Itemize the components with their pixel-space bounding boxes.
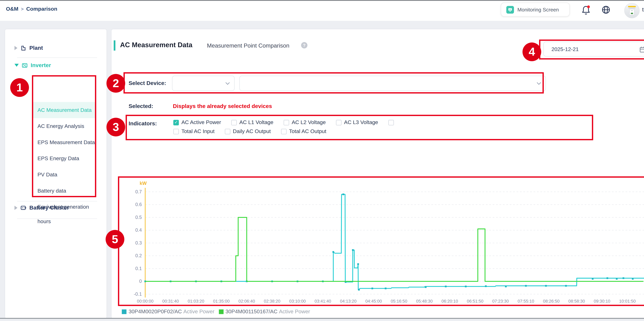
sidebar-group-label[interactable]: Plant: [29, 45, 43, 51]
monitor-icon: [506, 6, 514, 13]
y-tick-label: 0.1: [135, 266, 142, 271]
globe-icon: [601, 5, 611, 14]
sidebar-item-plant[interactable]: Plant: [14, 45, 43, 51]
data-point-marker: [352, 249, 354, 251]
notifications-button[interactable]: [581, 5, 591, 16]
select-device-label: Select Device:: [128, 80, 166, 86]
data-point-marker: [358, 289, 360, 291]
sidebar-item[interactable]: EPS Energy Data: [32, 151, 96, 166]
x-tick-label: 07:55:10: [518, 299, 534, 304]
screenshot-stage: O&M > Comparison Monitoring Screen: [0, 0, 644, 321]
bell-icon: [581, 5, 591, 16]
indicator-label[interactable]: Total AC Input: [181, 128, 214, 134]
sidebar-item[interactable]: Battery data: [32, 183, 96, 199]
indicator-option: AC L1 Voltage: [231, 119, 274, 125]
breadcrumb-separator: >: [18, 6, 26, 11]
breadcrumb-root[interactable]: O&M: [6, 6, 18, 12]
x-tick-label: 07:23:30: [492, 299, 509, 304]
date-value: 2025-12-21: [552, 46, 578, 52]
sidebar-item[interactable]: PV Data: [32, 166, 96, 183]
device-photo: [627, 5, 637, 16]
window-bottom-edge: [0, 318, 644, 319]
y-tick-label: 0.6: [135, 202, 142, 207]
sidebar-item[interactable]: Equivalent generation hours: [32, 199, 96, 230]
x-tick-label: 02:06:40: [238, 299, 255, 304]
data-point-marker: [445, 286, 446, 287]
indicator-option: AC L2 Voltage: [284, 119, 326, 125]
x-tick-label: 05:48:30: [416, 299, 433, 304]
x-tick-label: 08:26:50: [543, 299, 560, 304]
breadcrumb: O&M > Comparison: [6, 6, 57, 12]
chevron-down-icon[interactable]: [14, 64, 19, 67]
indicators-label: Indicators:: [128, 120, 157, 127]
indicator-label[interactable]: AC Active Power: [181, 119, 221, 125]
sidebar-item[interactable]: AC Energy Analysis: [32, 118, 96, 134]
battery-cluster-icon: [20, 205, 26, 211]
series-line: [145, 194, 644, 290]
indicator-option: ✓AC Active Power: [173, 119, 221, 125]
checkbox-icon[interactable]: [388, 120, 394, 125]
y-tick-label: 0.3: [135, 240, 142, 246]
indicator-label[interactable]: AC L3 Voltage: [344, 119, 378, 125]
breadcrumb-current: Comparison: [26, 6, 57, 12]
sidebar-item-battery-cluster[interactable]: Battery Cluster: [14, 204, 69, 211]
legend-item[interactable]: 30P4M0020P0F02/AC Active Power: [122, 309, 217, 315]
y-axis-unit-label: kW: [140, 181, 147, 186]
checkbox-icon[interactable]: [284, 120, 289, 125]
indicator-label[interactable]: Total AC Output: [289, 128, 326, 134]
checkbox-icon[interactable]: [281, 129, 286, 134]
data-point-marker: [616, 278, 618, 280]
monitoring-screen-label: Monitoring Screen: [518, 6, 559, 12]
indicator-label[interactable]: AC L1 Voltage: [239, 119, 273, 125]
date-picker[interactable]: 2025-12-21: [544, 42, 644, 57]
username[interactable]: test_uu: [642, 6, 644, 13]
data-point-marker: [622, 277, 624, 279]
data-point-marker: [592, 278, 594, 280]
y-tick-label: 0.7: [135, 189, 142, 194]
legend-series-suffix: Active Power: [182, 309, 214, 315]
data-point-marker: [565, 285, 567, 287]
sidebar-item-inverter[interactable]: Inverter: [14, 62, 51, 69]
x-tick-label: 08:58:30: [568, 299, 585, 304]
sidebar-item[interactable]: AC Measurement Data: [32, 102, 96, 118]
x-tick-label: 04:13:20: [340, 299, 356, 304]
indicator-label[interactable]: Daily AC Output: [233, 128, 271, 134]
sidebar-group-label[interactable]: Inverter: [31, 62, 51, 69]
legend-swatch: [122, 309, 126, 314]
indicator-option: AC L3 Voltage: [336, 119, 378, 125]
chevron-right-icon[interactable]: [14, 205, 18, 210]
x-tick-label: 06:20:10: [442, 299, 458, 304]
language-button[interactable]: [601, 5, 611, 14]
avatar[interactable]: [624, 3, 640, 18]
y-tick-label: 0: [139, 279, 142, 284]
app-window: O&M > Comparison Monitoring Screen: [0, 0, 644, 321]
series-line: [145, 217, 643, 281]
checkbox-icon[interactable]: [173, 129, 179, 134]
device-type-select[interactable]: [172, 76, 235, 91]
x-tick-label: 09:30:10: [594, 299, 610, 304]
selected-annotation-text: Displays the already selected devices: [173, 103, 272, 109]
checkbox-icon[interactable]: [231, 120, 237, 125]
help-icon[interactable]: ?: [301, 42, 308, 48]
divider: [17, 201, 97, 201]
legend-item[interactable]: 30P4M001150167/AC Active Power: [219, 309, 312, 315]
indicators-row-1: ✓AC Active PowerAC L1 VoltageAC L2 Volta…: [173, 119, 394, 125]
data-point-marker: [425, 286, 426, 288]
device-select[interactable]: [239, 76, 546, 91]
sidebar-item[interactable]: EPS Measurement Data: [32, 134, 96, 151]
checkbox-icon[interactable]: [225, 129, 230, 134]
checkbox-icon[interactable]: [336, 120, 342, 125]
checkbox-checked-icon[interactable]: ✓: [173, 120, 179, 125]
data-point-marker: [505, 286, 507, 287]
chart[interactable]: kW0.70.60.50.40.30.20.10-0.100:00:0000:3…: [119, 178, 644, 305]
x-tick-label: 06:51:50: [467, 299, 484, 304]
monitoring-screen-button[interactable]: Monitoring Screen: [501, 2, 570, 16]
page-subtitle: Measurement Point Comparison: [207, 42, 290, 49]
divider: [17, 218, 97, 219]
chevron-right-icon[interactable]: [14, 46, 18, 50]
indicator-label[interactable]: AC L2 Voltage: [292, 119, 326, 125]
sidebar-group-label[interactable]: Battery Cluster: [29, 204, 69, 211]
legend-series-code: 30P4M0020P0F02/AC: [128, 309, 182, 315]
y-tick-label: 0.5: [135, 215, 142, 220]
x-tick-label: 10:01:50: [619, 299, 636, 304]
